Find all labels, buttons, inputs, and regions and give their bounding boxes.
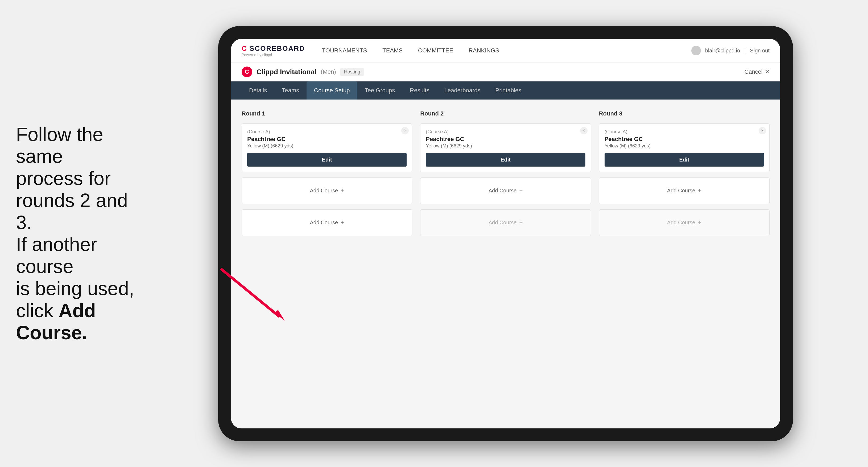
logo-c-letter: C <box>242 44 247 53</box>
tournament-bracket: (Men) <box>321 68 336 75</box>
nav-committee[interactable]: COMMITTEE <box>417 47 454 54</box>
sign-out-link[interactable]: Sign out <box>750 48 770 54</box>
tab-tee-groups[interactable]: Tee Groups <box>358 82 403 99</box>
nav-items: TOURNAMENTS TEAMS COMMITTEE RANKINGS <box>321 47 691 54</box>
add-icon-4: + <box>519 219 523 226</box>
tournament-name: Clippd Invitational <box>256 68 316 76</box>
round-1-label: Round 1 <box>242 110 412 117</box>
tab-teams[interactable]: Teams <box>274 82 307 99</box>
round-2-add-course-1[interactable]: Add Course + <box>420 178 591 204</box>
nav-teams[interactable]: TEAMS <box>381 47 404 54</box>
round-2-course-close[interactable]: × <box>580 127 588 134</box>
round-3-course-tag: (Course A) <box>604 129 764 135</box>
round-2-course-details: Yellow (M) (6629 yds) <box>426 143 585 149</box>
round-3-add-course-2: Add Course + <box>599 210 770 236</box>
nav-tournaments[interactable]: TOURNAMENTS <box>321 47 368 54</box>
round-2-add-course-2: Add Course + <box>420 210 591 236</box>
instruction-panel: Follow the same process for rounds 2 and… <box>0 113 165 354</box>
round-1-course-close[interactable]: × <box>401 127 409 134</box>
round-1-column: Round 1 × (Course A) Peachtree GC Yellow… <box>242 110 412 236</box>
add-icon-3: + <box>519 187 523 194</box>
round-1-course-tag: (Course A) <box>247 129 407 135</box>
round-1-course-name: Peachtree GC <box>247 136 407 143</box>
round-1-course-card: × (Course A) Peachtree GC Yellow (M) (66… <box>242 123 412 172</box>
round-1-course-details: Yellow (M) (6629 yds) <box>247 143 407 149</box>
round-3-column: Round 3 × (Course A) Peachtree GC Yellow… <box>599 110 770 236</box>
round-2-course-tag: (Course A) <box>426 129 585 135</box>
add-icon-1: + <box>341 187 344 194</box>
round-3-add-course-1[interactable]: Add Course + <box>599 178 770 204</box>
nav-right: blair@clippd.io | Sign out <box>691 46 770 55</box>
logo-scoreboard: C SCOREBOARD <box>242 44 305 53</box>
top-navigation: C SCOREBOARD Powered by clippd TOURNAMEN… <box>231 39 780 63</box>
round-3-course-close[interactable]: × <box>758 127 766 134</box>
tab-leaderboards[interactable]: Leaderboards <box>437 82 488 99</box>
tab-printables[interactable]: Printables <box>488 82 529 99</box>
add-icon-6: + <box>698 219 702 226</box>
round-3-edit-button[interactable]: Edit <box>604 153 764 166</box>
round-2-edit-button[interactable]: Edit <box>426 153 585 166</box>
tablet-device: C SCOREBOARD Powered by clippd TOURNAMEN… <box>218 26 793 441</box>
logo-subtitle: Powered by clippd <box>242 53 305 57</box>
clippd-icon: C <box>242 66 252 77</box>
add-icon-2: + <box>341 219 344 226</box>
user-email: blair@clippd.io <box>705 48 740 54</box>
nav-rankings[interactable]: RANKINGS <box>468 47 500 54</box>
round-1-add-course-2[interactable]: Add Course + <box>242 210 412 236</box>
round-2-label: Round 2 <box>420 110 591 117</box>
tab-details[interactable]: Details <box>242 82 274 99</box>
separator: | <box>744 48 746 54</box>
rounds-container: Round 1 × (Course A) Peachtree GC Yellow… <box>242 110 770 236</box>
round-2-course-card: × (Course A) Peachtree GC Yellow (M) (66… <box>420 123 591 172</box>
round-3-course-card: × (Course A) Peachtree GC Yellow (M) (66… <box>599 123 770 172</box>
add-icon-5: + <box>698 187 702 194</box>
hosting-badge: Hosting <box>340 68 364 76</box>
main-content: Round 1 × (Course A) Peachtree GC Yellow… <box>231 99 780 428</box>
round-1-add-course-1[interactable]: Add Course + <box>242 178 412 204</box>
round-2-course-name: Peachtree GC <box>426 136 585 143</box>
cancel-button[interactable]: Cancel ✕ <box>745 68 770 75</box>
round-3-course-name: Peachtree GC <box>604 136 764 143</box>
tab-results[interactable]: Results <box>402 82 437 99</box>
cancel-x-icon: ✕ <box>765 68 770 75</box>
tablet-screen: C SCOREBOARD Powered by clippd TOURNAMEN… <box>231 39 780 428</box>
round-1-edit-button[interactable]: Edit <box>247 153 407 166</box>
sub-header-left: C Clippd Invitational (Men) Hosting <box>242 66 364 77</box>
user-avatar <box>691 46 701 55</box>
round-2-column: Round 2 × (Course A) Peachtree GC Yellow… <box>420 110 591 236</box>
round-3-course-details: Yellow (M) (6629 yds) <box>604 143 764 149</box>
logo-area: C SCOREBOARD Powered by clippd <box>242 44 305 57</box>
tab-course-setup[interactable]: Course Setup <box>307 82 358 99</box>
round-3-label: Round 3 <box>599 110 770 117</box>
tab-bar: Details Teams Course Setup Tee Groups Re… <box>231 82 780 99</box>
sub-header: C Clippd Invitational (Men) Hosting Canc… <box>231 63 780 82</box>
instruction-text: Follow the same process for rounds 2 and… <box>16 124 134 343</box>
